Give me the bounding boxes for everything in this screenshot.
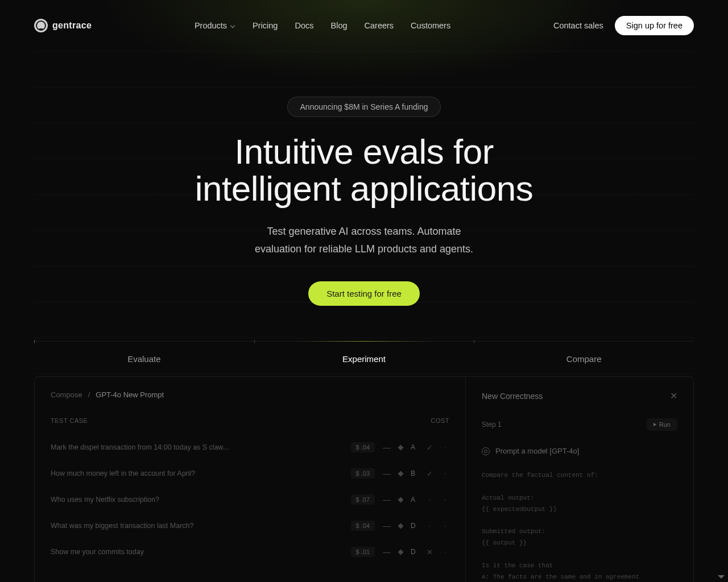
breadcrumb: Compose / GPT-4o New Prompt	[51, 390, 449, 399]
main-header: gentrace Products Pricing Docs Blog Care…	[0, 0, 728, 51]
contact-sales-link[interactable]: Contact sales	[553, 21, 603, 30]
x-icon: ✕	[425, 548, 433, 556]
nav-careers[interactable]: Careers	[365, 21, 394, 30]
preview-left-panel: Compose / GPT-4o New Prompt Test Case Co…	[35, 377, 466, 582]
test-row[interactable]: Mark the dispel transaction from 14:00 t…	[51, 434, 449, 460]
announcement-badge[interactable]: Announcing $8M in Series A funding	[287, 97, 441, 117]
logo-icon	[34, 19, 48, 32]
test-row[interactable]: Who uses my Netflix subscription? $ .07 …	[51, 487, 449, 513]
right-panel-title: New Correctness	[482, 392, 543, 401]
main-nav: Products Pricing Docs Blog Careers Custo…	[195, 21, 450, 30]
test-row[interactable]: Show me your commits today $ .01 — D ✕ ·	[51, 539, 449, 565]
right-panel-header: New Correctness ✕	[482, 390, 677, 401]
tabs-row: Evaluate Experiment Compare	[34, 341, 694, 376]
header-actions: Contact sales Sign up for free	[553, 16, 694, 35]
scroll-down-icon[interactable]	[718, 575, 725, 579]
prompt-row: Prompt a model [GPT-4o]	[482, 447, 677, 455]
signup-button[interactable]: Sign up for free	[615, 16, 694, 35]
diamond-icon	[398, 523, 404, 529]
tab-evaluate[interactable]: Evaluate	[34, 342, 254, 376]
close-icon[interactable]: ✕	[670, 390, 677, 401]
diamond-icon	[398, 549, 404, 555]
prompt-label: Prompt a model [GPT-4o]	[495, 447, 579, 455]
nav-products[interactable]: Products	[195, 21, 235, 30]
hero-section: Announcing $8M in Series A funding Intui…	[0, 51, 728, 306]
test-header: Test Case Cost	[51, 417, 449, 424]
logo[interactable]: gentrace	[34, 19, 92, 32]
ai-icon	[482, 447, 490, 455]
code-block[interactable]: Compare the factual content of: Actual o…	[482, 470, 677, 582]
diamond-icon	[398, 497, 404, 502]
run-button[interactable]: Run	[647, 418, 677, 431]
diamond-icon	[398, 471, 404, 476]
hero-subtitle: Test generative AI across teams. Automat…	[0, 223, 728, 257]
nav-customers[interactable]: Customers	[411, 21, 450, 30]
breadcrumb-current: GPT-4o New Prompt	[96, 390, 164, 399]
app-preview: Compose / GPT-4o New Prompt Test Case Co…	[34, 376, 694, 582]
test-row[interactable]: What was my biggest transaction last Mar…	[51, 513, 449, 539]
brand-name: gentrace	[52, 20, 92, 31]
tab-compare[interactable]: Compare	[474, 342, 694, 376]
chevron-down-icon	[230, 23, 235, 28]
play-icon	[653, 423, 656, 426]
preview-right-panel: New Correctness ✕ Step 1 Run Prompt a mo…	[466, 377, 693, 582]
breadcrumb-parent[interactable]: Compose	[51, 390, 82, 399]
step-row: Step 1 Run	[482, 418, 677, 431]
tabs-section: Evaluate Experiment Compare	[0, 341, 728, 376]
check-icon: ✓	[425, 443, 433, 451]
nav-docs[interactable]: Docs	[295, 21, 313, 30]
nav-pricing[interactable]: Pricing	[253, 21, 278, 30]
test-row[interactable]: How much money left in the account for A…	[51, 460, 449, 487]
diamond-icon	[398, 444, 404, 450]
hero-title: Intuitive evals for intelligent applicat…	[0, 133, 728, 207]
nav-blog[interactable]: Blog	[330, 21, 347, 30]
tab-experiment[interactable]: Experiment	[254, 342, 474, 376]
step-label: Step 1	[482, 421, 502, 429]
check-icon: ✓	[425, 469, 433, 477]
start-testing-button[interactable]: Start testing for free	[308, 281, 420, 306]
